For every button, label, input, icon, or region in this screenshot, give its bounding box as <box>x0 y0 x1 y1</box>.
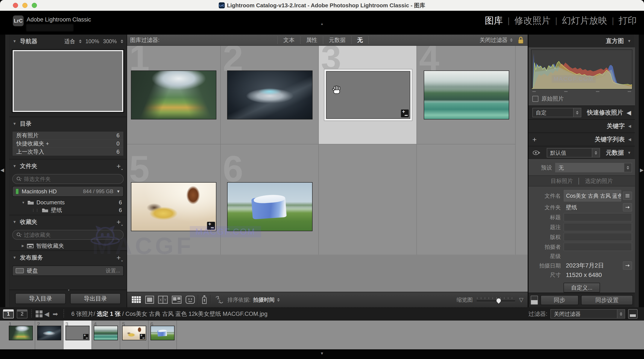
painter-spray-icon[interactable] <box>202 295 207 304</box>
next-photo-arrow-icon[interactable]: ➡ <box>52 310 58 318</box>
photo-mountain-valley-painting[interactable] <box>131 71 216 119</box>
sort-direction-icon[interactable]: A Z <box>214 295 225 304</box>
add-keyword-button[interactable]: + <box>532 135 537 144</box>
filmstrip-filter-dropdown[interactable]: 关闭过滤器 <box>550 309 625 319</box>
metadata-view-dropdown[interactable]: 默认值 <box>547 148 600 157</box>
zoom-100-button[interactable]: 100% <box>86 38 99 45</box>
loupe-view-icon[interactable] <box>145 296 154 304</box>
collapse-filmstrip-arrow[interactable]: ▼ <box>320 351 324 355</box>
filter-preset-stepper-icon[interactable] <box>510 38 512 42</box>
main-window-button[interactable]: 1 <box>3 309 14 318</box>
photo-blue-cube-on-hills[interactable] <box>227 182 312 231</box>
develop-adjustment-badge-icon[interactable] <box>401 109 409 118</box>
disclosure-triangle-icon[interactable]: ▼ <box>13 39 16 44</box>
disclosure-triangle-icon[interactable]: ▼ <box>627 151 631 155</box>
filter-toggle-icon[interactable] <box>628 309 638 319</box>
grid-cell-6[interactable]: 6 <box>221 144 318 266</box>
disclosure-triangle-icon[interactable]: ▼ <box>627 39 631 43</box>
toolbar-options-icon[interactable]: ▽ <box>519 296 523 303</box>
disclosure-triangle-icon[interactable]: ◀ <box>628 137 631 142</box>
filmstrip-cell-1[interactable]: 1 <box>7 320 35 349</box>
filmstrip-cell-3-selected[interactable]: 3 <box>64 320 92 349</box>
filter-tab-attribute[interactable]: 属性 <box>300 36 323 44</box>
dropdown-stepper-icon[interactable] <box>573 108 581 117</box>
filmstrip-cell-6[interactable]: 6 <box>148 320 177 349</box>
grid-cell-1[interactable]: 1 <box>127 46 220 144</box>
export-catalog-button[interactable]: 导出目录 <box>70 293 121 304</box>
thumb-cosplay-girl-blue-dress[interactable] <box>66 326 90 340</box>
thumbnail-size-slider[interactable] <box>476 296 515 303</box>
original-photo-checkbox[interactable] <box>532 96 538 102</box>
zoom-fit-stepper-icon[interactable] <box>79 40 82 43</box>
photo-mountain-lake[interactable] <box>424 71 509 119</box>
filter-tab-metadata[interactable]: 元数据 <box>323 36 351 44</box>
go-to-folder-button[interactable] <box>623 203 632 211</box>
folders-search-input[interactable]: 筛选文件夹 <box>12 174 124 184</box>
selected-photos-tab[interactable]: 选定的照片 <box>585 177 613 185</box>
catalog-header[interactable]: ▼ 目录 <box>9 117 127 130</box>
sync-settings-button[interactable]: 同步设置 <box>581 295 633 305</box>
publish-settings-link[interactable]: 设置... <box>106 267 120 274</box>
module-develop[interactable]: 修改照片 <box>514 15 550 27</box>
metadata-preset-dropdown[interactable]: 无 <box>555 163 632 172</box>
folders-header[interactable]: ▼ 文件夹 +˯ <box>9 159 127 173</box>
photo-girl-with-violin[interactable] <box>131 182 216 231</box>
navigator-header[interactable]: ▼ 导航器 适合 100% 300% <box>9 35 127 48</box>
quick-develop-preset-dropdown[interactable]: 自定 <box>532 108 581 117</box>
creator-field[interactable] <box>564 243 632 251</box>
survey-view-icon[interactable] <box>172 296 182 304</box>
previous-photo-arrow-icon[interactable]: ◀ <box>44 310 49 318</box>
sort-stepper-icon[interactable] <box>277 298 280 302</box>
filename-field[interactable]: Cos美女 古典 古风 蓝色 12k美女壁 <box>564 190 621 202</box>
caption-field[interactable] <box>564 223 632 231</box>
disclosure-triangle-icon[interactable]: ▼ <box>13 164 16 168</box>
people-view-icon[interactable] <box>186 296 195 304</box>
second-window-button[interactable]: 2 <box>17 309 28 318</box>
add-folder-button[interactable]: +˯ <box>116 162 123 170</box>
zoom-fit-button[interactable]: 适合 <box>64 38 75 45</box>
disclosure-triangle-icon[interactable]: ▶ <box>22 244 24 248</box>
keyword-list-header[interactable]: + 关键字列表 ◀ <box>528 133 635 146</box>
thumb-mountain-lake[interactable] <box>94 326 118 340</box>
import-catalog-button[interactable]: 导入目录 <box>15 293 66 304</box>
filter-preset-value[interactable]: 关闭过滤器 <box>480 36 508 44</box>
volume-disclosure-icon[interactable]: ▼ <box>116 189 120 194</box>
keywording-header[interactable]: 关键字 ◀ <box>528 119 635 133</box>
disclosure-triangle-icon[interactable]: ◀ <box>628 124 631 129</box>
thumb-silver-concept-car[interactable] <box>37 326 61 340</box>
catalog-item-quick-collection[interactable]: 快捷收藏夹 + 0 <box>12 140 124 148</box>
develop-adjustment-badge-icon[interactable] <box>140 334 145 339</box>
filter-tab-text[interactable]: 文本 <box>277 36 300 44</box>
thumb-girl-with-violin[interactable] <box>122 326 146 340</box>
grid-cell-4[interactable]: 4 <box>417 46 515 144</box>
dropdown-stepper-icon[interactable] <box>617 309 625 318</box>
filename-list-button[interactable] <box>623 192 632 200</box>
dropdown-stepper-icon[interactable] <box>624 163 632 172</box>
sync-button[interactable]: 同步 <box>540 295 578 305</box>
module-slideshow[interactable]: 幻灯片放映 <box>562 15 607 27</box>
grid-view-shortcut-icon[interactable] <box>36 310 42 317</box>
folder-row-wallpaper[interactable]: ⋮⋮ 壁纸 6 <box>9 206 127 214</box>
filter-tab-none[interactable]: 无 <box>351 36 369 44</box>
collapse-top-panel-arrow[interactable]: ▲ <box>320 22 324 26</box>
dropdown-stepper-icon[interactable] <box>592 148 600 157</box>
collapse-right-panel-arrow[interactable]: ▶ <box>640 167 644 173</box>
disclosure-triangle-icon[interactable]: ▼ <box>13 122 16 126</box>
customize-metadata-button[interactable]: 自定义... <box>564 283 600 293</box>
grid-view-icon[interactable] <box>132 296 141 304</box>
photo-silver-concept-car[interactable] <box>227 71 312 119</box>
module-library[interactable]: 图库 <box>485 15 503 27</box>
disclosure-triangle-icon[interactable]: ▼ <box>13 255 16 260</box>
grid-cell-2[interactable]: 2 <box>221 46 318 144</box>
go-to-date-button[interactable] <box>623 261 632 270</box>
filter-lock-icon[interactable] <box>518 36 524 44</box>
metadata-header[interactable]: 默认值 元数据 ▼ <box>528 146 635 159</box>
left-panel-scrollbar[interactable] <box>5 35 9 307</box>
zoom-300-button[interactable]: 300% <box>103 38 117 45</box>
navigator-preview[interactable] <box>12 50 124 112</box>
thumb-blue-cube-on-hills[interactable] <box>150 326 174 340</box>
metadata-view-icon[interactable] <box>532 150 541 156</box>
quick-develop-header[interactable]: 自定 快速修改照片 ◀ <box>528 106 635 119</box>
zoom-stepper-icon[interactable] <box>121 40 123 43</box>
filmstrip-cell-2[interactable]: 2 <box>35 320 64 349</box>
